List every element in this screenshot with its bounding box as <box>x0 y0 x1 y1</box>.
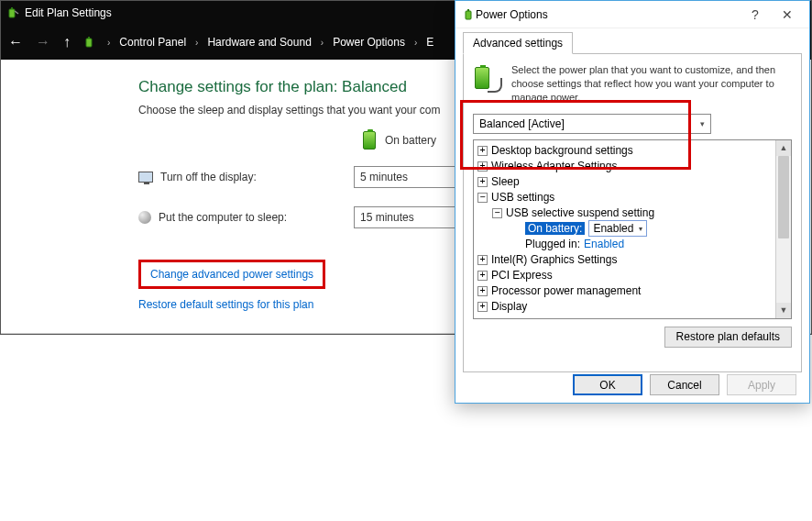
power-icon <box>6 6 19 19</box>
svg-rect-2 <box>86 39 92 47</box>
dialog-title-bar: Power Options ? ✕ <box>455 1 809 28</box>
breadcrumb[interactable]: › Control Panel › Hardware and Sound › P… <box>83 36 433 49</box>
help-button[interactable]: ? <box>741 7 769 22</box>
tree-item-desktop-bg[interactable]: +Desktop background settings <box>477 143 772 159</box>
breadcrumb-icon <box>83 36 96 49</box>
tab-strip: Advanced settings <box>455 28 809 54</box>
chevron-down-icon: ▾ <box>639 225 642 233</box>
power-plan-icon <box>473 63 502 93</box>
tree-item-processor-power[interactable]: +Processor power management <box>477 283 772 299</box>
svg-rect-5 <box>467 9 469 11</box>
plugged-in-value[interactable]: Enabled <box>584 238 624 250</box>
tree-item-pci-express[interactable]: +PCI Express <box>477 268 772 283</box>
breadcrumb-control-panel[interactable]: Control Panel <box>119 36 186 49</box>
power-plan-select[interactable]: Balanced [Active] ▾ <box>473 114 711 134</box>
tab-advanced-settings[interactable]: Advanced settings <box>463 32 573 54</box>
dialog-description: Select the power plan that you want to c… <box>511 63 792 105</box>
chevron-right-icon: › <box>107 38 110 48</box>
expand-icon[interactable]: + <box>477 255 488 265</box>
svg-rect-1 <box>11 7 13 9</box>
nav-up-icon[interactable]: ↑ <box>63 35 71 50</box>
highlight-change-advanced: Change advanced power settings <box>138 260 325 289</box>
cancel-button[interactable]: Cancel <box>650 374 719 395</box>
scroll-track[interactable] <box>776 156 791 303</box>
svg-rect-0 <box>9 9 15 17</box>
label-put-to-sleep: Put the computer to sleep: <box>159 211 287 224</box>
collapse-icon[interactable]: − <box>492 208 502 218</box>
chevron-down-icon: ▾ <box>700 119 705 128</box>
chevron-right-icon: › <box>321 38 324 48</box>
dialog-button-row: OK Cancel Apply <box>573 374 796 395</box>
power-icon <box>463 8 476 21</box>
svg-rect-4 <box>466 11 471 19</box>
monitor-icon <box>138 172 153 183</box>
breadcrumb-hardware-sound[interactable]: Hardware and Sound <box>207 36 311 49</box>
collapse-icon[interactable]: − <box>477 193 488 203</box>
window-title: Edit Plan Settings <box>25 6 112 19</box>
dialog-title: Power Options <box>476 8 741 21</box>
battery-icon <box>363 131 376 150</box>
close-button[interactable]: ✕ <box>769 7 806 22</box>
tree-item-usb-selective-suspend[interactable]: −USB selective suspend setting <box>477 205 772 221</box>
tree-item-wireless[interactable]: +Wireless Adapter Settings <box>477 159 772 174</box>
power-plan-value: Balanced [Active] <box>479 117 565 130</box>
on-battery-label: On battery: <box>525 222 585 235</box>
tree-scrollbar[interactable]: ▲ ▼ <box>775 140 791 318</box>
tree-item-usb-settings[interactable]: −USB settings <box>477 190 772 205</box>
svg-rect-3 <box>88 37 90 39</box>
sleep-timeout-value: 15 minutes <box>360 211 414 224</box>
tree-item-display[interactable]: +Display <box>477 299 772 315</box>
restore-plan-defaults-button[interactable]: Restore plan defaults <box>664 327 792 348</box>
power-options-dialog: Power Options ? ✕ Advanced settings Sele… <box>455 0 810 404</box>
expand-icon[interactable]: + <box>477 302 488 312</box>
tree-item-on-battery[interactable]: On battery: Enabled ▾ <box>477 221 772 237</box>
nav-back-icon[interactable]: ← <box>8 35 23 50</box>
scroll-up-icon[interactable]: ▲ <box>776 140 791 156</box>
expand-icon[interactable]: + <box>477 161 488 172</box>
expand-icon[interactable]: + <box>477 177 488 187</box>
column-on-battery: On battery <box>385 134 436 147</box>
tree-item-sleep[interactable]: +Sleep <box>477 174 772 190</box>
tab-pane: Select the power plan that you want to c… <box>463 53 802 372</box>
expand-icon[interactable]: + <box>477 286 488 296</box>
plugged-in-label: Plugged in: <box>525 238 580 250</box>
moon-icon <box>138 211 151 224</box>
breadcrumb-power-options[interactable]: Power Options <box>333 36 405 49</box>
expand-icon[interactable]: + <box>477 271 488 281</box>
link-change-advanced[interactable]: Change advanced power settings <box>150 268 313 281</box>
tree-item-plugged-in[interactable]: Plugged in: Enabled <box>477 237 772 252</box>
nav-forward-icon[interactable]: → <box>36 35 50 50</box>
expand-icon[interactable]: + <box>477 146 488 156</box>
ok-button[interactable]: OK <box>573 374 642 395</box>
tree-item-intel-graphics[interactable]: +Intel(R) Graphics Settings <box>477 252 772 268</box>
breadcrumb-current: E <box>426 36 433 49</box>
settings-tree: +Desktop background settings +Wireless A… <box>473 139 792 319</box>
chevron-right-icon: › <box>195 38 198 48</box>
scroll-thumb[interactable] <box>778 156 789 238</box>
display-timeout-value: 5 minutes <box>360 171 408 183</box>
label-turn-off-display: Turn off the display: <box>160 171 257 183</box>
chevron-right-icon: › <box>414 38 417 48</box>
apply-button: Apply <box>727 374 796 395</box>
on-battery-value-select[interactable]: Enabled ▾ <box>588 220 647 237</box>
scroll-down-icon[interactable]: ▼ <box>776 303 791 318</box>
